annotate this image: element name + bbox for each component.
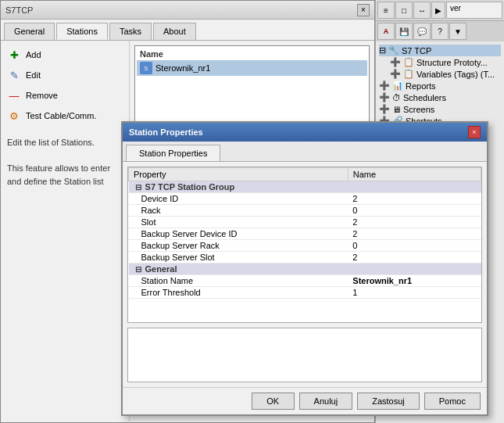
dialog-textarea bbox=[127, 328, 482, 382]
tree-icon-vars-doc: 📋 bbox=[403, 69, 414, 79]
icon-bubble[interactable]: 💬 bbox=[413, 23, 431, 40]
dialog-close-button[interactable]: × bbox=[468, 126, 481, 138]
dialog-title-bar: Station Properties × bbox=[123, 123, 487, 142]
remove-label: Remove bbox=[26, 91, 58, 100]
tree-icon-doc: 📋 bbox=[403, 57, 414, 67]
row-error-threshold: Error Threshold 1 bbox=[129, 287, 481, 299]
val-backup-device-id: 2 bbox=[348, 228, 481, 240]
tree-icon-reports: ➕ bbox=[379, 81, 390, 91]
station-properties-dialog: Station Properties × Station Properties … bbox=[121, 121, 488, 416]
add-label: Add bbox=[26, 50, 41, 59]
tree-item-variables[interactable]: ➕ 📋 Variables (Tags) (T... bbox=[379, 68, 501, 80]
group-row-general: ⊟ General bbox=[129, 263, 481, 275]
prop-slot: Slot bbox=[129, 217, 349, 228]
station-icon: S bbox=[140, 62, 152, 74]
tree-icon-sched-icon: ⏱ bbox=[392, 93, 401, 102]
side-toolbar: ≡ □ ↔ ▶ ver bbox=[376, 0, 504, 21]
dialog-tabs-row: Station Properties bbox=[123, 142, 487, 162]
prop-error-threshold: Error Threshold bbox=[129, 287, 349, 299]
icon-toolbar: A 💾 💬 ? ▼ bbox=[376, 21, 504, 41]
tree-item-structure[interactable]: ➕ 📋 Structure Prototy... bbox=[379, 56, 501, 68]
row-device-id: Device ID 2 bbox=[129, 193, 481, 205]
edit-button[interactable]: ✎ Edit bbox=[4, 66, 126, 84]
tree-icon-s7: 🔧 bbox=[388, 45, 399, 56]
desc-line2: This feature allows to enter and define … bbox=[7, 162, 123, 188]
tree-item-schedulers[interactable]: ➕ ⏱ Schedulers bbox=[379, 91, 501, 103]
tree-item-reports[interactable]: ➕ 📊 Reports bbox=[379, 80, 501, 91]
icon-help[interactable]: ? bbox=[431, 23, 449, 40]
prop-backup-rack: Backup Server Rack bbox=[129, 240, 349, 252]
tab-tasks[interactable]: Tasks bbox=[109, 23, 152, 40]
side-btn-3[interactable]: ↔ bbox=[413, 2, 431, 19]
icon-disk[interactable]: 💾 bbox=[395, 23, 413, 40]
prop-backup-slot: Backup Server Slot bbox=[129, 252, 349, 263]
icon-filter[interactable]: ▼ bbox=[449, 23, 466, 40]
side-tree: ⊟ 🔧 S7 TCP ➕ 📋 Structure Prototy... ➕ 📋 … bbox=[376, 41, 504, 130]
ok-button[interactable]: OK bbox=[252, 393, 295, 410]
val-backup-slot: 2 bbox=[348, 252, 481, 263]
tree-label-screens: Screens bbox=[403, 105, 434, 114]
add-icon: ✚ bbox=[7, 48, 21, 62]
properties-table: Property Name ⊟ S7 TCP Station Group Dev… bbox=[128, 167, 481, 299]
left-panel: ✚ Add ✎ Edit — Remove ⚙ Test Cable/Comm.… bbox=[1, 41, 130, 423]
tree-label-structure: Structure Prototy... bbox=[416, 58, 488, 67]
prop-rack: Rack bbox=[129, 205, 349, 217]
val-error-threshold: 1 bbox=[348, 287, 481, 299]
col-property: Property bbox=[129, 168, 349, 181]
val-backup-rack: 0 bbox=[348, 240, 481, 252]
tree-expand-s7: ⊟ bbox=[379, 45, 386, 56]
list-item[interactable]: S Sterownik_nr1 bbox=[137, 60, 367, 76]
prop-device-id: Device ID bbox=[129, 193, 349, 205]
app-title: S7TCP bbox=[5, 5, 33, 15]
dialog-buttons: OK Anuluj Zastosuj Pomoc bbox=[123, 387, 487, 414]
side-btn-4[interactable]: ▶ bbox=[431, 2, 445, 19]
tree-label-variables: Variables (Tags) (T... bbox=[416, 70, 495, 79]
group-general-label: General bbox=[145, 264, 177, 274]
prop-backup-device-id: Backup Server Device ID bbox=[129, 228, 349, 240]
cancel-button[interactable]: Anuluj bbox=[299, 393, 353, 410]
dialog-tab-station-props[interactable]: Station Properties bbox=[126, 145, 220, 161]
edit-icon: ✎ bbox=[7, 68, 21, 82]
group-s7tcp-label: S7 TCP Station Group bbox=[145, 182, 235, 192]
prop-station-name: Station Name bbox=[129, 275, 349, 287]
side-btn-1[interactable]: ≡ bbox=[377, 2, 395, 19]
group-collapse-general: ⊟ bbox=[134, 265, 143, 274]
tab-general[interactable]: General bbox=[4, 23, 55, 40]
remove-icon: — bbox=[7, 88, 21, 102]
test-button[interactable]: ⚙ Test Cable/Comm. bbox=[4, 106, 126, 125]
tree-item-s7tcp[interactable]: ⊟ 🔧 S7 TCP bbox=[379, 45, 501, 56]
val-device-id: 2 bbox=[348, 193, 481, 205]
tree-icon-schedulers: ➕ bbox=[379, 92, 390, 102]
row-backup-slot: Backup Server Slot 2 bbox=[129, 252, 481, 263]
apply-button[interactable]: Zastosuj bbox=[357, 393, 420, 410]
group-collapse-icon: ⊟ bbox=[134, 183, 143, 192]
help-button[interactable]: Pomoc bbox=[424, 393, 481, 410]
tree-item-screens[interactable]: ➕ 🖥 Screens bbox=[379, 103, 501, 115]
tree-icon-structure: ➕ bbox=[390, 57, 401, 67]
add-button[interactable]: ✚ Add bbox=[4, 45, 126, 64]
row-rack: Rack 0 bbox=[129, 205, 481, 217]
row-backup-rack: Backup Server Rack 0 bbox=[129, 240, 481, 252]
row-slot: Slot 2 bbox=[129, 217, 481, 228]
remove-button[interactable]: — Remove bbox=[4, 86, 126, 105]
row-station-name: Station Name Sterownik_nr1 bbox=[129, 275, 481, 287]
tree-label-schedulers: Schedulers bbox=[403, 93, 446, 102]
icon-a[interactable]: A bbox=[377, 23, 395, 40]
list-header: Name bbox=[137, 48, 367, 60]
tab-about[interactable]: About bbox=[153, 23, 196, 40]
tabs-row: General Stations Tasks About bbox=[1, 20, 374, 41]
val-slot: 2 bbox=[348, 217, 481, 228]
row-backup-device-id: Backup Server Device ID 2 bbox=[129, 228, 481, 240]
tree-icon-variables: ➕ bbox=[390, 69, 401, 79]
desc-line1: Edit the list of Stations. bbox=[7, 136, 123, 149]
side-btn-2[interactable]: □ bbox=[395, 2, 413, 19]
station-name: Sterownik_nr1 bbox=[155, 63, 210, 73]
val-rack: 0 bbox=[348, 205, 481, 217]
tree-icon-screens-icon: 🖥 bbox=[392, 105, 401, 114]
properties-table-container[interactable]: Property Name ⊟ S7 TCP Station Group Dev… bbox=[127, 167, 482, 323]
main-close-button[interactable]: × bbox=[357, 4, 370, 16]
dropdown-ver[interactable]: ver bbox=[446, 2, 502, 19]
tab-stations[interactable]: Stations bbox=[56, 23, 108, 40]
edit-label: Edit bbox=[26, 70, 41, 80]
title-bar: S7TCP × bbox=[1, 1, 374, 20]
